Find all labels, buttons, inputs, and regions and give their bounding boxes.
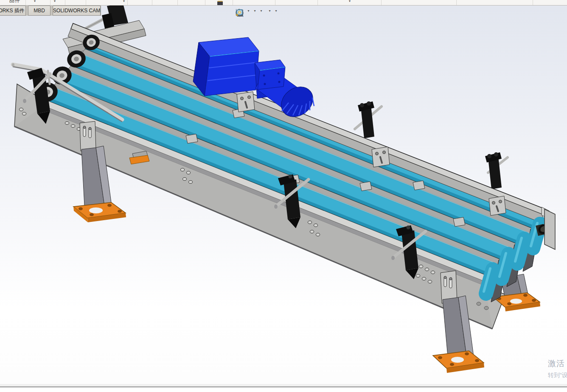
separator <box>86 0 86 5</box>
dropdown-caret[interactable]: ▾ <box>123 0 125 3</box>
headsup-view-toolbar: ▾ ▾ ▾ <box>235 8 281 13</box>
measure-icon <box>235 8 244 17</box>
statusbar-clipped-text <box>519 390 565 392</box>
separator <box>533 0 533 5</box>
ribbon-bottom-sliver: 品件 ▾ ▾ ▾ ▾ <box>0 0 567 6</box>
hide-show-items-button[interactable]: ▾ <box>258 8 264 13</box>
tab-label: ORKS 插件 <box>0 7 25 14</box>
tensioner-clamp-far-mid[interactable] <box>355 101 382 138</box>
dropdown-caret[interactable]: ▾ <box>274 9 278 13</box>
status-bar <box>0 384 567 392</box>
dropdown-caret[interactable]: ▾ <box>259 9 263 13</box>
base-plate-left[interactable] <box>73 202 126 222</box>
measure-button[interactable] <box>280 11 281 11</box>
tab-label: MBD <box>34 8 45 14</box>
bolt <box>484 306 488 310</box>
dropdown-caret[interactable]: ▾ <box>253 9 257 13</box>
separator <box>152 0 152 5</box>
separator <box>65 0 65 5</box>
conveyor-3d-model[interactable] <box>0 5 567 384</box>
graphics-area[interactable]: ▾ ▾ ▾ <box>0 5 567 384</box>
separator <box>456 0 457 5</box>
watermark-line1: 激活 <box>548 358 567 369</box>
separator <box>177 0 178 5</box>
edit-appearance-button[interactable] <box>265 11 266 11</box>
ribbon-partial-text: 品件 <box>9 0 20 4</box>
commandmanager-tabstrip: ORKS 插件 MBD SOLIDWORKS CAM <box>0 5 101 16</box>
view-orientation-button[interactable]: ▾ <box>246 8 251 13</box>
tab-solidworks-addins[interactable]: ORKS 插件 <box>0 6 26 16</box>
tab-solidworks-cam[interactable]: SOLIDWORKS CAM <box>53 6 101 16</box>
tensioner-clamp-far-right[interactable] <box>485 152 508 189</box>
display-style-button[interactable]: ▾ <box>252 8 257 13</box>
apply-scene-button[interactable]: ▾ <box>267 8 272 13</box>
separator <box>50 0 51 5</box>
watermark-line2: 转到“设 <box>548 372 567 379</box>
separator <box>205 0 205 5</box>
dropdown-caret[interactable]: ▾ <box>34 0 36 3</box>
separator <box>233 0 233 5</box>
tab-label: SOLIDWORKS CAM <box>53 8 100 14</box>
dropdown-caret[interactable]: ▾ <box>349 0 351 3</box>
view-settings-button[interactable]: ▾ <box>273 8 278 13</box>
bolt <box>477 302 481 305</box>
dropdown-caret[interactable]: ▾ <box>54 0 56 3</box>
separator <box>381 0 382 5</box>
separator <box>317 0 318 5</box>
statusbar-divider <box>0 386 567 387</box>
tab-mbd[interactable]: MBD <box>28 6 51 16</box>
dropdown-caret[interactable]: ▾ <box>247 9 250 13</box>
base-plate-near-right[interactable] <box>433 351 484 373</box>
dropdown-caret[interactable]: ▾ <box>268 9 272 13</box>
separator <box>275 0 275 5</box>
separator <box>25 0 26 5</box>
separator <box>127 0 128 5</box>
ribbon-partial-icon <box>217 1 223 6</box>
windows-activation-watermark: 激活 转到“设 <box>548 358 567 379</box>
